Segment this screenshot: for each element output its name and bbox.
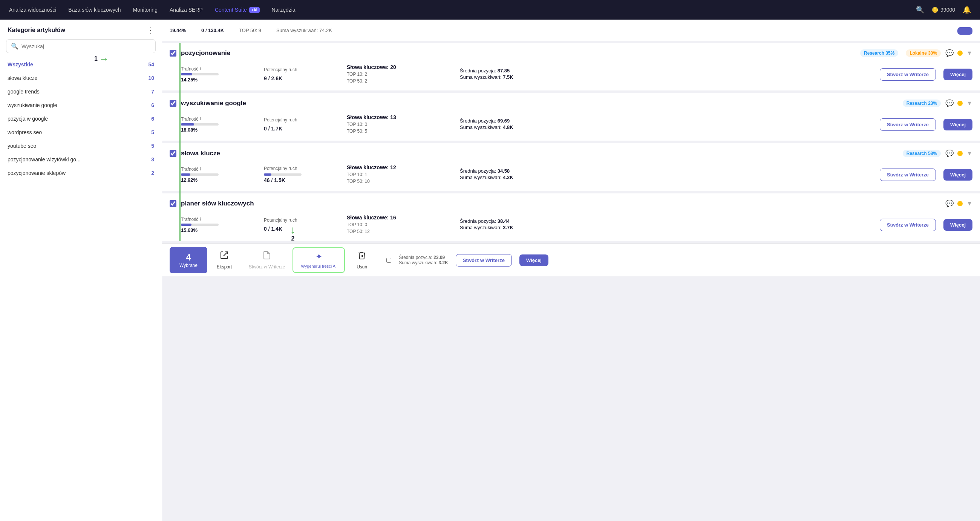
article-card-1: pozycjonowanie Research 35% Lokalne 30% … bbox=[162, 43, 980, 91]
avg-1: Średnia pozycja: 87.85 Suma wyszukiwań: … bbox=[460, 68, 872, 81]
create-writer-btn-2[interactable]: Stwórz w Writerze bbox=[880, 118, 936, 131]
top-suma: Suma wyszukiwań: 74.2K bbox=[276, 27, 332, 33]
export-icon bbox=[220, 251, 229, 262]
trafnosc-4: Trafność ℹ 15.63% bbox=[181, 217, 256, 233]
article-checkbox-3[interactable] bbox=[170, 150, 177, 157]
delete-action[interactable]: Usuń bbox=[345, 247, 379, 273]
search-icon[interactable]: 🔍 bbox=[916, 6, 924, 14]
article-checkbox-bottom[interactable] bbox=[387, 258, 391, 263]
nav-icons: 🔍 🪙 99000 🔔 bbox=[916, 6, 971, 14]
potencjalny-ruch-2: Potencjalny ruch 0 / 1.7K bbox=[264, 117, 339, 132]
sidebar-options-icon[interactable]: ⋮ bbox=[146, 25, 154, 35]
category-list: Wszystkie 54 słowa klucze 10 google tren… bbox=[0, 58, 162, 515]
trafnosc-3: Trafność ℹ 12.92% bbox=[181, 167, 256, 183]
nav-item-narzedzia[interactable]: Narzędzia bbox=[272, 7, 296, 13]
status-dot-3 bbox=[958, 151, 963, 156]
bottom-more-btn[interactable]: Więcej bbox=[519, 255, 549, 266]
create-writer-btn-4[interactable]: Stwórz w Writerze bbox=[880, 219, 936, 231]
top-traffic: 0 / 130.4K bbox=[201, 27, 224, 33]
article-tag-research-2: Research 23% bbox=[903, 100, 941, 107]
svg-line-0 bbox=[224, 252, 228, 256]
keywords-2: Słowa kluczowe: 13 TOP 10: 0TOP 50: 5 bbox=[347, 114, 452, 135]
article-card-3: słowa klucze Research 58% 💬 ▼ Trafność ℹ… bbox=[162, 143, 980, 191]
trafnosc-2: Trafność ℹ 18.08% bbox=[181, 116, 256, 133]
content-area: 19.44% 0 / 130.4K TOP 50: 9 Suma wyszuki… bbox=[162, 20, 980, 521]
potencjalny-ruch-4: Potencjalny ruch 0 / 1.4K bbox=[264, 218, 339, 232]
sidebar-item-wordpress-seo[interactable]: wordpress seo 5 bbox=[0, 126, 162, 139]
nav-item-baza[interactable]: Baza słów kluczowych bbox=[68, 7, 121, 13]
nav-item-monitoring[interactable]: Monitoring bbox=[133, 7, 158, 13]
sidebar-item-slowa-klucze[interactable]: słowa klucze 10 bbox=[0, 71, 162, 85]
sidebar-item-google-trends[interactable]: google trends 7 bbox=[0, 85, 162, 99]
more-btn-4[interactable]: Więcej bbox=[943, 219, 972, 231]
coins-icon: 🪙 bbox=[932, 7, 938, 13]
nav-item-content[interactable]: Content Suite +AI bbox=[215, 7, 260, 13]
create-writer-btn-1[interactable]: Stwórz w Writerze bbox=[880, 68, 936, 81]
comment-icon-3[interactable]: 💬 bbox=[945, 149, 954, 158]
search-input[interactable] bbox=[21, 43, 151, 49]
sidebar-title: Kategorie artykułów bbox=[8, 27, 65, 33]
create-writer-action[interactable]: Stwórz w Writerze bbox=[241, 247, 293, 273]
selected-count-btn[interactable]: 4 Wybrane bbox=[170, 247, 207, 273]
article-card-4: planer słów kluczowych 💬 ▼ Trafność ℹ 15… bbox=[162, 193, 980, 241]
article-card-1-header: pozycjonowanie Research 35% Lokalne 30% … bbox=[162, 43, 980, 60]
sidebar-item-pozycjonowanie-sklepow[interactable]: pozycjonowanie sklepów 2 bbox=[0, 166, 162, 180]
status-dot-2 bbox=[958, 100, 963, 106]
more-btn-1[interactable]: Więcej bbox=[943, 69, 972, 80]
article-title-4: planer słów kluczowych bbox=[181, 200, 941, 207]
article-stats-2: Trafność ℹ 18.08% Potencjalny ruch 0 / 1… bbox=[162, 110, 980, 140]
article-title-1: pozycjonowanie bbox=[181, 49, 853, 57]
article-stats-3: Trafność ℹ 12.92% Potencjalny ruch 46 / … bbox=[162, 161, 980, 191]
info-icon-4: ℹ bbox=[200, 217, 201, 221]
chevron-down-icon-2[interactable]: ▼ bbox=[966, 100, 972, 107]
trafnosc-1: Trafność ℹ 14.25% bbox=[181, 66, 256, 83]
comment-icon-4[interactable]: 💬 bbox=[945, 199, 954, 208]
nav-item-serp[interactable]: Analiza SERP bbox=[170, 7, 203, 13]
top-top50: TOP 50: 9 bbox=[239, 27, 261, 33]
info-icon-3: ℹ bbox=[200, 167, 201, 172]
sidebar-item-youtube-seo[interactable]: youtube seo 5 bbox=[0, 139, 162, 153]
sidebar-search-box[interactable]: 🔍 bbox=[6, 39, 156, 53]
article-checkbox-1[interactable] bbox=[170, 50, 177, 57]
card-actions-2: 💬 ▼ bbox=[945, 99, 972, 107]
avg-4: Średnia pozycja: 38.44 Suma wyszukiwań: … bbox=[460, 218, 872, 231]
bottom-article-preview: Średnia pozycja: 23.09 Suma wyszukiwań: … bbox=[387, 254, 972, 266]
sidebar-item-pozycjonowanie-wizytowki[interactable]: pozycjonowanie wizytówki go... 3 bbox=[0, 153, 162, 166]
comment-icon-1[interactable]: 💬 bbox=[945, 49, 954, 57]
article-title-3: słowa klucze bbox=[181, 150, 895, 157]
bell-icon[interactable]: 🔔 bbox=[963, 6, 971, 14]
keywords-3: Słowa kluczowe: 12 TOP 10: 1TOP 50: 10 bbox=[347, 164, 452, 185]
top-action-button[interactable] bbox=[958, 27, 972, 35]
more-btn-2[interactable]: Więcej bbox=[943, 119, 972, 131]
article-card-3-header: słowa klucze Research 58% 💬 ▼ bbox=[162, 143, 980, 161]
create-writer-btn-3[interactable]: Stwórz w Writerze bbox=[880, 169, 936, 181]
article-tag-research-3: Research 58% bbox=[903, 150, 941, 157]
info-icon-2: ℹ bbox=[200, 116, 201, 121]
article-card-4-header: planer słów kluczowych 💬 ▼ bbox=[162, 193, 980, 211]
search-icon: 🔍 bbox=[11, 43, 19, 50]
generate-ai-icon: ✦ bbox=[315, 252, 322, 261]
toolbar-container: ↓ 2 4 Wybrane Eksport bbox=[162, 244, 980, 276]
article-stats-1: Trafność ℹ 14.25% Potencjalny ruch 9 / 2… bbox=[162, 60, 980, 91]
article-checkbox-2[interactable] bbox=[170, 100, 177, 107]
sidebar-item-pozycja-google[interactable]: pozycja w google 6 bbox=[0, 112, 162, 126]
generate-ai-action[interactable]: ✦ Wygeneruj treści AI bbox=[293, 247, 345, 273]
top-navigation: Analiza widoczności Baza słów kluczowych… bbox=[0, 0, 980, 20]
export-action[interactable]: Eksport bbox=[207, 247, 241, 273]
chevron-down-icon-4[interactable]: ▼ bbox=[966, 200, 972, 207]
annotation-2-number: 2 bbox=[291, 235, 295, 242]
delete-icon bbox=[357, 251, 366, 262]
create-writer-icon bbox=[262, 251, 271, 262]
sidebar-item-wszystkie[interactable]: Wszystkie 54 bbox=[0, 58, 162, 71]
article-checkbox-4[interactable] bbox=[170, 200, 177, 207]
chevron-down-icon-3[interactable]: ▼ bbox=[966, 150, 972, 157]
more-btn-3[interactable]: Więcej bbox=[943, 169, 972, 180]
chevron-down-icon-1[interactable]: ▼ bbox=[966, 50, 972, 57]
card-actions-1: 💬 ▼ bbox=[945, 49, 972, 57]
bottom-create-btn[interactable]: Stwórz w Writerze bbox=[456, 254, 512, 266]
nav-item-analiza[interactable]: Analiza widoczności bbox=[9, 7, 56, 13]
info-icon-1: ℹ bbox=[200, 66, 201, 71]
comment-icon-2[interactable]: 💬 bbox=[945, 99, 954, 107]
status-dot-4 bbox=[958, 201, 963, 206]
sidebar-item-wyszukiwanie-google[interactable]: wyszukiwanie google 6 bbox=[0, 99, 162, 112]
